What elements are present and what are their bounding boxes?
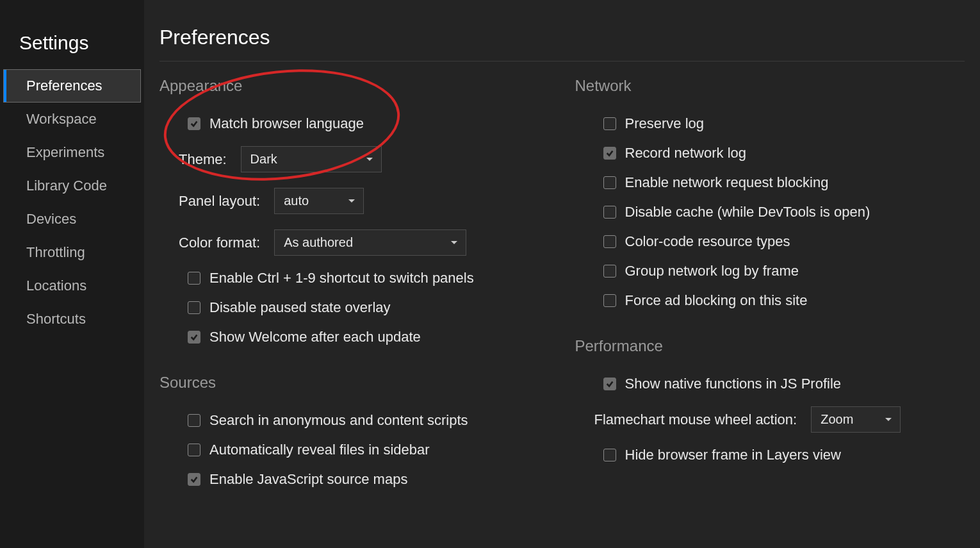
row-color-code-types: Color-code resource types	[575, 227, 965, 256]
label-disable-paused-overlay[interactable]: Disable paused state overlay	[209, 299, 391, 316]
label-color-code-types[interactable]: Color-code resource types	[625, 233, 790, 250]
select-panel-layout[interactable]: auto	[274, 188, 364, 214]
chevron-down-icon	[366, 157, 373, 162]
row-color-format: Color format: As authored	[159, 222, 550, 263]
label-panel-layout: Panel layout:	[179, 193, 260, 210]
section-heading-appearance: Appearance	[159, 77, 550, 95]
label-group-by-frame[interactable]: Group network log by frame	[625, 263, 799, 279]
row-enable-ctrl-shortcut: Enable Ctrl + 1-9 shortcut to switch pan…	[159, 263, 550, 293]
select-theme[interactable]: Dark	[241, 146, 382, 172]
checkbox-enable-request-blocking[interactable]	[603, 176, 616, 189]
sidebar-item-preferences[interactable]: Preferences	[3, 69, 141, 103]
row-flamechart-wheel: Flamechart mouse wheel action: Zoom	[575, 399, 965, 440]
sidebar-item-label: Throttling	[26, 244, 85, 260]
checkbox-disable-paused-overlay[interactable]	[188, 301, 200, 314]
row-show-native-functions: Show native functions in JS Profile	[575, 369, 965, 399]
sidebar-item-label: Experiments	[26, 144, 104, 160]
label-match-browser-language[interactable]: Match browser language	[209, 115, 364, 132]
section-performance: Performance Show native functions in JS …	[575, 337, 965, 470]
row-enable-request-blocking: Enable network request blocking	[575, 168, 965, 197]
checkbox-auto-reveal[interactable]	[188, 444, 200, 456]
row-enable-js-sourcemaps: Enable JavaScript source maps	[159, 465, 550, 494]
checkbox-enable-js-sourcemaps[interactable]	[188, 473, 200, 486]
row-show-welcome: Show Welcome after each update	[159, 322, 550, 352]
preferences-panel: Preferences Appearance Match browser lan…	[144, 0, 980, 548]
label-enable-request-blocking[interactable]: Enable network request blocking	[625, 174, 829, 191]
label-enable-ctrl-shortcut[interactable]: Enable Ctrl + 1-9 shortcut to switch pan…	[209, 270, 474, 286]
sidebar-item-shortcuts[interactable]: Shortcuts	[0, 303, 144, 336]
sidebar-item-label: Devices	[26, 211, 76, 227]
row-force-ad-blocking: Force ad blocking on this site	[575, 286, 965, 315]
checkbox-search-anonymous[interactable]	[188, 414, 200, 427]
section-appearance: Appearance Match browser language Theme:…	[159, 77, 550, 352]
section-sources: Sources Search in anonymous and content …	[159, 374, 550, 494]
label-disable-cache[interactable]: Disable cache (while DevTools is open)	[625, 204, 870, 220]
row-preserve-log: Preserve log	[575, 109, 965, 138]
label-show-welcome[interactable]: Show Welcome after each update	[209, 329, 421, 345]
checkbox-disable-cache[interactable]	[603, 206, 616, 219]
select-color-format-value: As authored	[284, 235, 353, 250]
checkbox-enable-ctrl-shortcut[interactable]	[188, 272, 200, 285]
label-force-ad-blocking[interactable]: Force ad blocking on this site	[625, 292, 808, 309]
label-preserve-log[interactable]: Preserve log	[625, 115, 705, 132]
sidebar-item-experiments[interactable]: Experiments	[0, 136, 144, 169]
sidebar-item-locations[interactable]: Locations	[0, 269, 144, 303]
label-enable-js-sourcemaps[interactable]: Enable JavaScript source maps	[209, 471, 407, 488]
sidebar-item-label: Workspace	[26, 111, 97, 127]
label-color-format: Color format:	[179, 235, 260, 251]
checkbox-force-ad-blocking[interactable]	[603, 294, 616, 307]
label-record-network-log[interactable]: Record network log	[625, 145, 747, 162]
chevron-down-icon	[885, 417, 892, 422]
row-disable-cache: Disable cache (while DevTools is open)	[575, 197, 965, 227]
sidebar-item-library-code[interactable]: Library Code	[0, 169, 144, 203]
checkbox-color-code-types[interactable]	[603, 235, 616, 248]
select-theme-value: Dark	[250, 152, 277, 167]
chevron-down-icon	[348, 199, 355, 204]
row-disable-paused-overlay: Disable paused state overlay	[159, 293, 550, 322]
checkbox-record-network-log[interactable]	[603, 147, 616, 160]
sidebar-item-label: Library Code	[26, 178, 107, 194]
section-heading-sources: Sources	[159, 374, 550, 392]
label-auto-reveal[interactable]: Automatically reveal files in sidebar	[209, 442, 430, 458]
settings-sidebar: Settings Preferences Workspace Experimen…	[0, 0, 144, 548]
select-flamechart-wheel[interactable]: Zoom	[811, 406, 901, 433]
label-search-anonymous[interactable]: Search in anonymous and content scripts	[209, 412, 468, 429]
label-show-native-functions[interactable]: Show native functions in JS Profile	[625, 376, 842, 392]
section-heading-network: Network	[575, 77, 965, 95]
row-search-anonymous: Search in anonymous and content scripts	[159, 406, 550, 435]
checkbox-show-native-functions[interactable]	[603, 378, 616, 390]
sidebar-item-label: Preferences	[26, 78, 102, 94]
select-panel-layout-value: auto	[284, 194, 309, 208]
chevron-down-icon	[450, 240, 458, 245]
row-group-by-frame: Group network log by frame	[575, 256, 965, 286]
section-network: Network Preserve log Record network log …	[575, 77, 965, 315]
sidebar-item-workspace[interactable]: Workspace	[0, 103, 144, 136]
checkbox-match-browser-language[interactable]	[188, 117, 200, 130]
row-panel-layout: Panel layout: auto	[159, 180, 550, 222]
checkbox-preserve-log[interactable]	[603, 117, 616, 130]
page-title: Preferences	[159, 26, 965, 62]
label-flamechart-wheel: Flamechart mouse wheel action:	[594, 411, 797, 428]
section-heading-performance: Performance	[575, 337, 965, 355]
row-theme: Theme: Dark	[159, 138, 550, 180]
row-match-browser-language: Match browser language	[159, 109, 550, 138]
checkbox-show-welcome[interactable]	[188, 331, 200, 344]
label-theme: Theme:	[179, 151, 227, 168]
label-hide-browser-frame[interactable]: Hide browser frame in Layers view	[625, 447, 841, 463]
sidebar-title: Settings	[0, 32, 144, 69]
select-color-format[interactable]: As authored	[274, 229, 466, 256]
sidebar-item-label: Shortcuts	[26, 311, 86, 327]
checkbox-hide-browser-frame[interactable]	[603, 449, 616, 461]
row-hide-browser-frame: Hide browser frame in Layers view	[575, 440, 965, 470]
right-column: Network Preserve log Record network log …	[575, 73, 965, 516]
sidebar-item-label: Locations	[26, 278, 86, 294]
select-flamechart-wheel-value: Zoom	[821, 412, 853, 427]
checkbox-group-by-frame[interactable]	[603, 265, 616, 278]
left-column: Appearance Match browser language Theme:…	[159, 73, 550, 516]
row-auto-reveal: Automatically reveal files in sidebar	[159, 435, 550, 465]
sidebar-item-throttling[interactable]: Throttling	[0, 236, 144, 269]
row-record-network-log: Record network log	[575, 138, 965, 168]
sidebar-item-devices[interactable]: Devices	[0, 203, 144, 236]
